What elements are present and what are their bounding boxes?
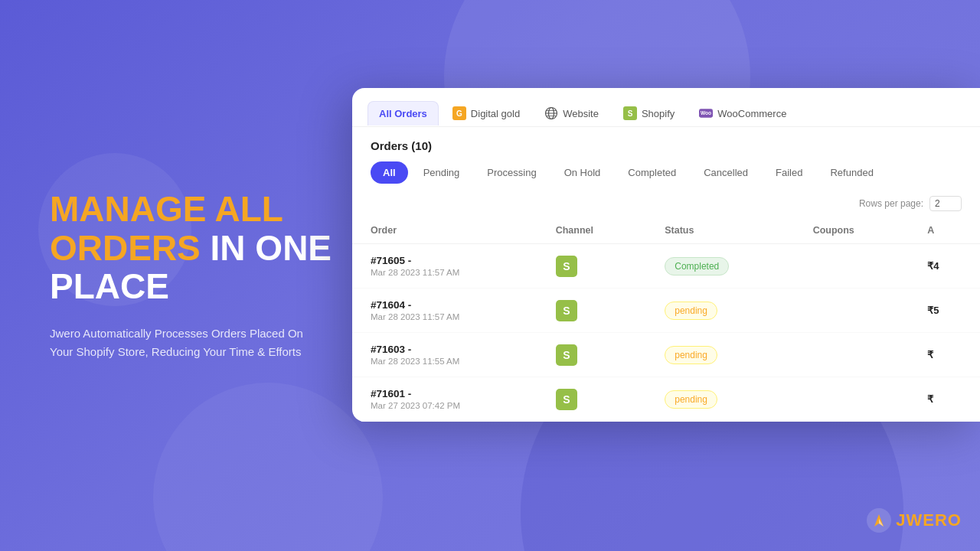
amount-cell: ₹	[909, 377, 980, 422]
table-row[interactable]: #71604 - Mar 28 2023 11:57 AM S pending₹…	[352, 289, 980, 333]
left-panel: MANAGE ALL ORDERS IN ONE PLACE Jwero Aut…	[50, 190, 341, 361]
status-badge: pending	[665, 390, 717, 409]
logo-icon	[867, 508, 891, 533]
status-badge: pending	[665, 346, 717, 364]
order-date: Mar 27 2023 07:42 PM	[371, 401, 519, 410]
svg-text:Woo: Woo	[701, 110, 711, 116]
status-badge: pending	[665, 302, 717, 320]
order-cell: #71603 - Mar 28 2023 11:55 AM	[352, 333, 537, 377]
channel-cell: S	[537, 377, 647, 422]
tab-shopify-label: Shopify	[642, 108, 675, 119]
status-tab-refunded[interactable]: Refunded	[818, 161, 885, 184]
status-tab-cancelled[interactable]: Cancelled	[691, 161, 760, 184]
shopify-icon: S	[556, 389, 577, 410]
coupons-cell	[795, 289, 910, 333]
headline-place: PLACE	[50, 266, 169, 306]
status-cell: Completed	[646, 244, 794, 289]
tab-shopify[interactable]: S Shopify	[612, 100, 685, 126]
coupons-cell	[795, 377, 910, 422]
order-date: Mar 28 2023 11:55 AM	[371, 357, 519, 366]
order-id: #71604 -	[371, 299, 519, 311]
table-row[interactable]: #71601 - Mar 27 2023 07:42 PM S pending₹	[352, 377, 980, 422]
channel-cell: S	[537, 244, 647, 289]
col-header-order: Order	[352, 217, 537, 244]
logo: JWERO	[867, 508, 962, 533]
orders-header: Orders (10)	[352, 127, 980, 161]
tab-all-orders-label: All Orders	[379, 108, 427, 119]
logo-wero: WERO	[906, 510, 962, 530]
orders-table: Order Channel Status Coupons A #71605 - …	[352, 217, 980, 422]
tab-digital-gold-label: Digital gold	[471, 108, 520, 119]
shopify-tab-icon: S	[623, 106, 637, 120]
tab-digital-gold[interactable]: G Digital gold	[442, 100, 531, 126]
channel-tabs: All Orders G Digital gold We	[352, 88, 980, 127]
globe-icon	[544, 106, 558, 120]
headline-manage: MANAGE ALL	[50, 189, 283, 229]
order-cell: #71604 - Mar 28 2023 11:57 AM	[352, 289, 537, 333]
col-header-status: Status	[646, 217, 794, 244]
col-header-channel: Channel	[537, 217, 647, 244]
channel-cell: S	[537, 333, 647, 377]
rows-per-page-label: Rows per page:	[859, 198, 923, 209]
shopify-icon: S	[556, 300, 577, 321]
channel-cell: S	[537, 289, 647, 333]
woo-tab-icon: Woo	[699, 106, 713, 120]
order-cell: #71601 - Mar 27 2023 07:42 PM	[352, 377, 537, 422]
table-row[interactable]: #71603 - Mar 28 2023 11:55 AM S pending₹	[352, 333, 980, 377]
logo-text: JWERO	[896, 510, 962, 530]
amount-value: ₹5	[927, 305, 939, 316]
status-cell: pending	[646, 289, 794, 333]
order-cell: #71605 - Mar 28 2023 11:57 AM	[352, 244, 537, 289]
svg-text:S: S	[563, 393, 570, 406]
svg-text:S: S	[628, 109, 633, 118]
coupons-cell	[795, 333, 910, 377]
status-badge: Completed	[665, 257, 729, 276]
status-tabs: All Pending Processing On Hold Completed…	[352, 161, 980, 184]
order-id: #71605 -	[371, 255, 519, 266]
amount-value: ₹	[927, 393, 933, 405]
coupons-cell	[795, 244, 910, 289]
tab-woocommerce-label: WooCommerce	[717, 108, 786, 119]
shopify-icon: S	[556, 256, 577, 277]
order-date: Mar 28 2023 11:57 AM	[371, 312, 519, 321]
status-tab-completed[interactable]: Completed	[616, 161, 688, 184]
amount-cell: ₹	[909, 333, 980, 377]
tab-website-label: Website	[563, 108, 599, 119]
amount-value: ₹	[927, 349, 933, 360]
status-tab-processing[interactable]: Processing	[475, 161, 548, 184]
status-tab-on-hold[interactable]: On Hold	[552, 161, 613, 184]
tab-website[interactable]: Website	[534, 100, 609, 126]
app-panel: All Orders G Digital gold We	[352, 88, 980, 422]
order-date: Mar 28 2023 11:57 AM	[371, 268, 519, 277]
table-row[interactable]: #71605 - Mar 28 2023 11:57 AM S Complete…	[352, 244, 980, 289]
col-header-amount: A	[909, 217, 980, 244]
status-tab-all[interactable]: All	[371, 161, 408, 184]
status-tab-failed[interactable]: Failed	[763, 161, 815, 184]
headline: MANAGE ALL ORDERS IN ONE PLACE	[50, 190, 341, 306]
amount-cell: ₹4	[909, 244, 980, 289]
tab-all-orders[interactable]: All Orders	[368, 101, 439, 126]
col-header-coupons: Coupons	[795, 217, 910, 244]
tab-woocommerce[interactable]: Woo WooCommerce	[688, 100, 797, 126]
bg-decor-2	[153, 383, 383, 551]
svg-text:S: S	[563, 305, 570, 317]
subtitle: Jwero Automatically Processes Orders Pla…	[50, 324, 310, 361]
amount-value: ₹4	[927, 260, 939, 272]
svg-text:G: G	[456, 109, 462, 118]
digital-gold-icon: G	[452, 106, 466, 120]
status-tab-pending[interactable]: Pending	[411, 161, 472, 184]
headline-orders: ORDERS	[50, 228, 201, 268]
table-controls: Rows per page: 2 5 10	[352, 190, 980, 217]
rows-per-page-select[interactable]: 2 5 10	[929, 196, 962, 211]
headline-in-one: IN ONE	[201, 228, 332, 268]
svg-text:S: S	[563, 349, 570, 361]
order-id: #71603 -	[371, 344, 519, 355]
order-id: #71601 -	[371, 388, 519, 399]
shopify-icon: S	[556, 344, 577, 366]
status-cell: pending	[646, 333, 794, 377]
svg-text:S: S	[563, 260, 570, 272]
amount-cell: ₹5	[909, 289, 980, 333]
status-cell: pending	[646, 377, 794, 422]
logo-j: J	[896, 510, 906, 530]
